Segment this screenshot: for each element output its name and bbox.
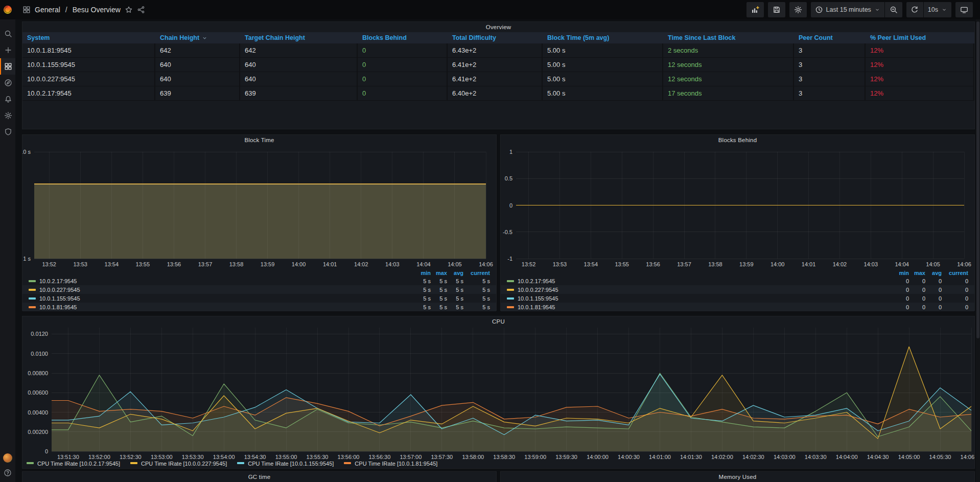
legend-series-toggle[interactable]: 10.0.1.81:9545 [29, 304, 413, 310]
svg-text:13:54: 13:54 [105, 261, 119, 267]
clock-icon-wrap [815, 6, 823, 14]
legend-series-toggle[interactable]: 10.0.1.81:9545 [507, 304, 892, 310]
dashboards-icon [4, 62, 12, 71]
column-header-chain_height[interactable]: Chain Height [155, 32, 240, 43]
svg-text:14:01:30: 14:01:30 [680, 454, 702, 460]
svg-text:0.00200: 0.00200 [28, 429, 48, 435]
legend-series-toggle[interactable]: CPU Time IRate [10.0.2.17:9545] [27, 461, 120, 467]
legend-series-toggle[interactable]: 10.0.2.17:9545 [507, 278, 892, 284]
apps-grid-icon-wrap [22, 6, 31, 14]
cell-total_difficulty: 6.43e+2 [448, 43, 543, 58]
share-icon-wrap[interactable] [137, 6, 145, 14]
panel-title-block-time[interactable]: Block Time [22, 135, 496, 145]
svg-text:0.0120: 0.0120 [31, 331, 48, 337]
sidebar-item-plus[interactable] [0, 42, 15, 58]
svg-text:13:56:00: 13:56:00 [338, 454, 360, 460]
svg-text:13:52: 13:52 [42, 261, 56, 267]
legend-value: 0 [909, 287, 925, 293]
svg-text:13:59: 13:59 [261, 261, 275, 267]
block-time-chart[interactable]: 1 s10 s13:5213:5313:5413:5513:5613:5713:… [22, 145, 496, 267]
blocks-behind-chart[interactable]: -1-0.500.5113:5213:5313:5413:5513:5613:5… [501, 145, 974, 267]
svg-text:14:06: 14:06 [957, 261, 971, 267]
svg-text:13:58:30: 13:58:30 [493, 454, 515, 460]
svg-text:13:58: 13:58 [229, 261, 244, 267]
panel-title-blocks-behind[interactable]: Blocks Behind [501, 135, 974, 145]
block-time-plot: 1 s10 s13:5213:5313:5413:5513:5613:5713:… [22, 145, 496, 267]
time-range-picker[interactable]: Last 15 minutes [811, 2, 885, 17]
refresh-button[interactable] [906, 2, 924, 17]
panel-title-overview[interactable]: Overview [22, 22, 974, 32]
panel-overview: Overview SystemChain HeightTarget Chain … [22, 21, 975, 129]
series-color-swatch [507, 297, 514, 300]
panel-title-memory-used[interactable]: Memory Used [501, 472, 974, 482]
breadcrumb-dashboard-title[interactable]: Besu Overview [73, 6, 121, 14]
dashboard-settings-button[interactable] [789, 2, 807, 17]
legend-series-toggle[interactable]: 10.0.0.227:9545 [507, 287, 892, 293]
refresh-interval-label: 10s [928, 6, 938, 13]
column-header-system[interactable]: System [22, 32, 155, 43]
panel-title-cpu[interactable]: CPU [22, 316, 974, 327]
svg-text:14:00:00: 14:00:00 [587, 454, 609, 460]
alerting-icon [4, 95, 12, 103]
column-header-target_chain_height[interactable]: Target Chain Height [240, 32, 358, 43]
cell-block_time: 5.00 s [543, 86, 663, 101]
legend-series-toggle[interactable]: 10.0.1.155:9545 [507, 295, 892, 302]
column-header-peer_limit_used[interactable]: % Peer Limit Used [866, 32, 974, 43]
sidebar-item-explore[interactable] [0, 75, 15, 91]
cell-blocks_behind: 0 [358, 58, 448, 72]
legend-value: 5 s [463, 304, 490, 310]
sidebar-item-dashboards[interactable] [0, 58, 15, 75]
breadcrumb-folder[interactable]: General [35, 6, 60, 14]
cpu-chart[interactable]: 00.002000.004000.006000.008000.01000.012… [22, 327, 974, 461]
column-header-peer_count[interactable]: Peer Count [794, 32, 866, 43]
zoom-out-icon-wrap [890, 6, 898, 14]
series-color-swatch [130, 462, 137, 464]
add-panel-button[interactable] [746, 2, 764, 17]
panel-add-icon [751, 6, 759, 14]
legend-value: 5 s [413, 278, 431, 284]
legend-row: 10.0.0.227:95450000 [501, 285, 974, 294]
legend-value: 0 [925, 295, 942, 302]
legend-series-toggle[interactable]: 10.0.1.155:9545 [29, 295, 413, 302]
legend-value: 5 s [463, 278, 490, 284]
cycle-view-mode-button[interactable] [955, 2, 973, 17]
legend-series-toggle[interactable]: 10.0.2.17:9545 [29, 278, 413, 284]
svg-text:14:04: 14:04 [416, 261, 431, 267]
legend-row: 10.0.1.81:95455 s5 s5 s5 s [22, 303, 496, 311]
star-icon-wrap[interactable] [125, 6, 133, 14]
sidebar-item-search[interactable] [0, 26, 15, 42]
legend-series-toggle[interactable]: 10.0.0.227:9545 [29, 287, 413, 293]
star-icon [125, 6, 133, 14]
series-color-swatch [344, 462, 351, 464]
series-color-swatch [507, 289, 514, 291]
scrollbar-thumb[interactable] [976, 21, 979, 338]
column-header-time_since_last_block[interactable]: Time Since Last Block [663, 32, 794, 43]
user-avatar[interactable] [3, 453, 12, 463]
svg-text:13:59:00: 13:59:00 [524, 454, 546, 460]
cell-time_since_last_block: 2 seconds [663, 43, 794, 58]
help-icon-wrap [4, 469, 12, 477]
cell-block_time: 5.00 s [543, 58, 663, 72]
svg-text:14:02: 14:02 [833, 261, 847, 267]
help-button[interactable] [4, 469, 12, 477]
svg-text:14:02:30: 14:02:30 [742, 454, 764, 460]
refresh-interval-picker[interactable]: 10s [924, 2, 951, 17]
column-header-block_time[interactable]: Block Time (5m avg) [543, 32, 663, 43]
sidebar-item-server-admin[interactable] [0, 124, 15, 140]
zoom-out-time-button[interactable] [885, 2, 902, 17]
blocks-behind-legend: minmaxavgcurrent10.0.2.17:9545000010.0.0… [501, 269, 974, 311]
legend-series-toggle[interactable]: CPU Time IRate [10.0.0.227:9545] [130, 461, 227, 467]
grafana-logo[interactable] [0, 0, 15, 19]
column-header-total_difficulty[interactable]: Total Difficulty [448, 32, 543, 43]
panel-title-gc-time[interactable]: GC time [22, 472, 496, 482]
svg-text:0: 0 [509, 202, 512, 209]
sidebar-item-configuration[interactable] [0, 107, 15, 124]
svg-text:13:55:00: 13:55:00 [275, 454, 297, 460]
legend-series-toggle[interactable]: CPU Time IRate [10.0.1.81:9545] [344, 461, 437, 467]
svg-text:13:55: 13:55 [615, 261, 629, 267]
save-dashboard-button[interactable] [768, 2, 785, 17]
cell-block_time: 5.00 s [543, 72, 663, 86]
legend-series-toggle[interactable]: CPU Time IRate [10.0.1.155:9545] [237, 461, 334, 467]
column-header-blocks_behind[interactable]: Blocks Behind [358, 32, 448, 43]
sidebar-item-alerting[interactable] [0, 91, 15, 107]
